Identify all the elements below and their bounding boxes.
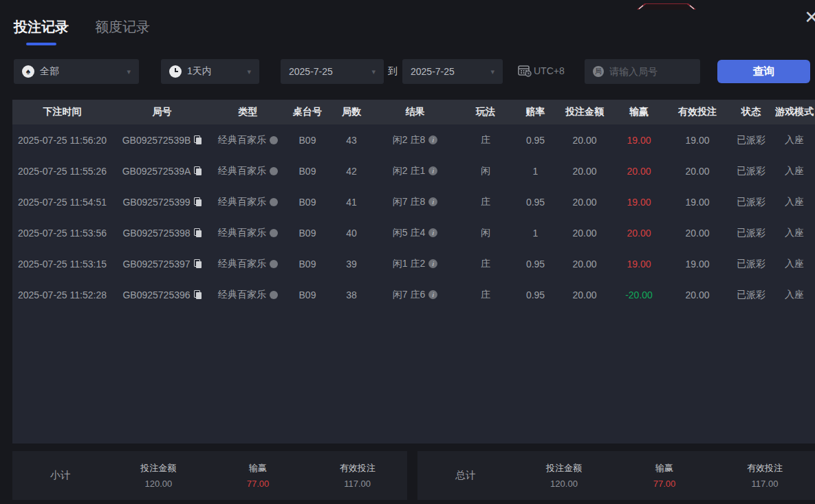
column-header-9: 输赢 <box>611 106 666 118</box>
play-type-text: 庄 <box>481 196 490 208</box>
column-header-5: 结果 <box>372 106 458 118</box>
summary-group-label: 输赢 <box>208 462 308 474</box>
valid-bet-text: 19.00 <box>685 135 709 146</box>
column-header-0-text: 下注时间 <box>43 106 82 118</box>
summary-title: 小计 <box>12 469 109 482</box>
status-badge: 已派彩 <box>728 289 774 301</box>
column-header-5-text: 结果 <box>406 106 425 118</box>
round-count: 41 <box>331 197 372 208</box>
win-loss: 19.00 <box>611 197 666 208</box>
result-text: 闲7 庄6 <box>393 289 425 301</box>
date-to-picker[interactable]: 2025-7-25 ▾ <box>402 59 503 84</box>
to-label: 到 <box>388 65 398 78</box>
game-type-text: 经典百家乐 <box>218 227 266 239</box>
round-id: GB0925725396 <box>112 289 212 300</box>
game-type: 经典百家乐 <box>212 196 284 208</box>
game-mode-text: 入座 <box>785 134 804 146</box>
column-header-7: 赔率 <box>513 106 558 118</box>
info-icon[interactable]: i <box>428 290 437 299</box>
win-loss-text: 19.00 <box>627 197 651 208</box>
round-count-text: 39 <box>346 259 357 270</box>
chip-icon <box>270 136 278 144</box>
table-number: B09 <box>284 135 331 146</box>
copy-icon[interactable] <box>194 259 202 268</box>
info-icon[interactable]: i <box>428 259 437 268</box>
filter-bar: ♠ 全部 ▾ 1天内 ▾ 2025-7-25 ▾ 到 2025-7-25 ▾ U… <box>0 59 815 84</box>
status-badge: 已派彩 <box>728 165 774 177</box>
bet-amount: 20.00 <box>558 166 611 177</box>
close-icon[interactable]: ✕ <box>804 8 815 26</box>
tab-quota-records[interactable]: 额度记录 <box>95 18 150 36</box>
result: 闲7 庄8i <box>372 196 458 208</box>
odds-text: 1 <box>533 228 539 239</box>
timezone-indicator[interactable]: UTC+8 <box>518 65 565 77</box>
bet-time-text: 2025-07-25 11:53:15 <box>18 259 107 270</box>
table-body: 2025-07-25 11:56:20GB092572539B经典百家乐B094… <box>12 124 815 310</box>
summary-group: 投注金额120.00 <box>514 462 614 489</box>
bet-time: 2025-07-25 11:54:51 <box>12 197 112 208</box>
game-type-text: 经典百家乐 <box>218 289 266 301</box>
game-mode-text: 入座 <box>785 165 804 177</box>
info-icon[interactable]: i <box>428 197 437 206</box>
column-header-10: 有效投注 <box>666 106 728 118</box>
play-type-text: 庄 <box>481 258 490 270</box>
date-from-picker[interactable]: 2025-7-25 ▾ <box>281 59 384 84</box>
status-badge-text: 已派彩 <box>737 134 765 146</box>
info-icon[interactable]: i <box>428 135 437 144</box>
table-row: 2025-07-25 11:55:26GB092572539A经典百家乐B094… <box>12 155 815 186</box>
copy-icon[interactable] <box>194 228 202 237</box>
valid-bet-text: 20.00 <box>685 289 709 300</box>
round-number-input[interactable] <box>609 66 685 77</box>
play-type-text: 庄 <box>481 134 490 146</box>
table-number: B09 <box>284 166 331 177</box>
valid-bet: 19.00 <box>666 259 728 270</box>
table-header-row: 下注时间局号类型桌台号局数结果玩法赔率投注金额输赢有效投注状态游戏模式 <box>12 100 815 124</box>
game-type: 经典百家乐 <box>212 258 284 270</box>
table-number: B09 <box>284 259 331 270</box>
copy-icon[interactable] <box>194 166 202 175</box>
time-range-dropdown[interactable]: 1天内 ▾ <box>161 59 259 84</box>
odds: 0.95 <box>513 197 558 208</box>
search-button[interactable]: 查询 <box>717 60 810 83</box>
tab-bet-records-label: 投注记录 <box>14 18 69 36</box>
round-count-text: 41 <box>346 197 357 208</box>
result-text: 闲5 庄4 <box>393 227 425 239</box>
round-id: GB0925725399 <box>112 197 212 208</box>
summary-group-value: 117.00 <box>715 479 815 489</box>
info-icon[interactable]: i <box>428 228 437 237</box>
bet-time-text: 2025-07-25 11:56:20 <box>18 135 107 146</box>
bet-records-table: 下注时间局号类型桌台号局数结果玩法赔率投注金额输赢有效投注状态游戏模式 2025… <box>12 100 815 443</box>
result: 闲2 庄8i <box>372 134 458 146</box>
game-type: 经典百家乐 <box>212 289 284 301</box>
bet-amount-text: 20.00 <box>572 259 596 270</box>
logo-fragment <box>636 0 697 6</box>
status-badge: 已派彩 <box>728 258 774 270</box>
result-text: 闲7 庄8 <box>393 196 425 208</box>
round-count-text: 40 <box>346 228 357 239</box>
copy-icon[interactable] <box>194 135 202 144</box>
copy-icon[interactable] <box>194 290 202 299</box>
summary-group-value: 120.00 <box>109 479 208 489</box>
round-id-text: GB0925725399 <box>122 197 190 208</box>
odds-text: 0.95 <box>526 259 545 270</box>
column-header-2: 类型 <box>212 106 284 118</box>
info-icon[interactable]: i <box>428 166 437 175</box>
valid-bet-text: 19.00 <box>685 197 709 208</box>
game-type-dropdown[interactable]: ♠ 全部 ▾ <box>14 59 139 84</box>
round-number-input-wrap: 局 <box>585 59 700 84</box>
tab-bet-records[interactable]: 投注记录 <box>14 18 69 45</box>
odds: 0.95 <box>513 289 558 300</box>
round-id: GB092572539A <box>112 166 212 177</box>
game-type-text: 经典百家乐 <box>218 258 266 270</box>
status-badge: 已派彩 <box>728 196 774 208</box>
copy-icon[interactable] <box>194 197 202 206</box>
odds: 0.95 <box>513 135 558 146</box>
result-text: 闲1 庄2 <box>393 258 425 270</box>
table-number-text: B09 <box>299 135 316 146</box>
round-id-text: GB092572539B <box>122 135 191 146</box>
play-type-text: 闲 <box>481 165 490 177</box>
table-row: 2025-07-25 11:52:28GB0925725396经典百家乐B093… <box>12 279 815 310</box>
valid-bet: 20.00 <box>666 228 728 239</box>
chevron-down-icon: ▾ <box>371 67 376 76</box>
chevron-down-icon: ▾ <box>127 67 131 76</box>
